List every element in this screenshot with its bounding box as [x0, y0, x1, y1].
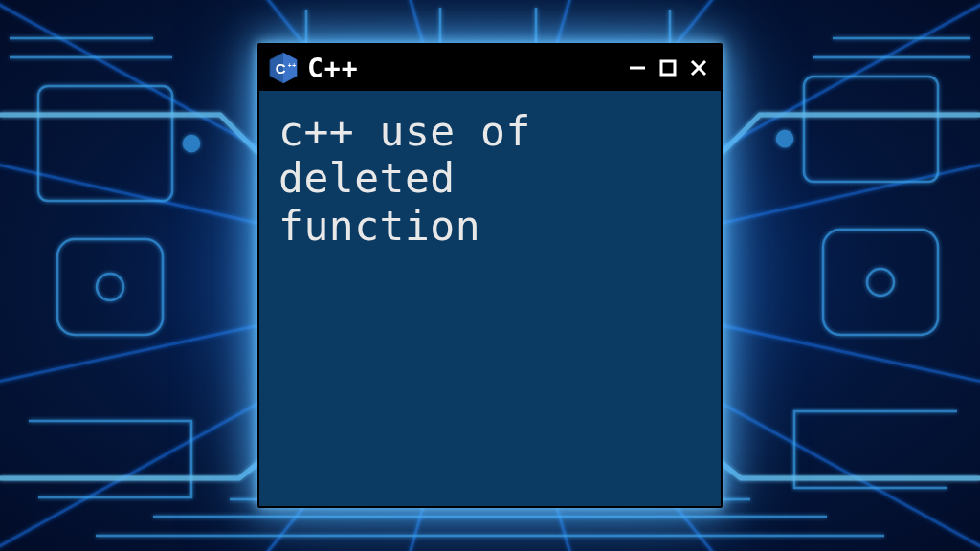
svg-rect-5: [823, 230, 938, 335]
minimize-button[interactable]: [625, 55, 650, 80]
svg-rect-1: [57, 239, 163, 335]
cpp-logo-icon: C + +: [269, 52, 298, 84]
close-button[interactable]: [686, 55, 711, 80]
svg-rect-14: [661, 61, 675, 75]
window-title: C++: [307, 53, 615, 84]
svg-text:C: C: [276, 60, 286, 77]
terminal-window: C + + C++ c++ use of deleted function: [257, 43, 723, 508]
terminal-content: c++ use of deleted function: [259, 91, 721, 506]
svg-point-7: [777, 131, 792, 146]
maximize-button[interactable]: [656, 55, 680, 80]
titlebar: C + + C++: [259, 45, 721, 91]
svg-text:+: +: [292, 62, 296, 69]
svg-point-6: [867, 269, 894, 296]
window-controls: [625, 55, 711, 80]
svg-rect-0: [38, 86, 172, 201]
svg-point-3: [184, 136, 199, 151]
svg-text:+: +: [288, 62, 292, 69]
svg-point-2: [97, 274, 123, 300]
